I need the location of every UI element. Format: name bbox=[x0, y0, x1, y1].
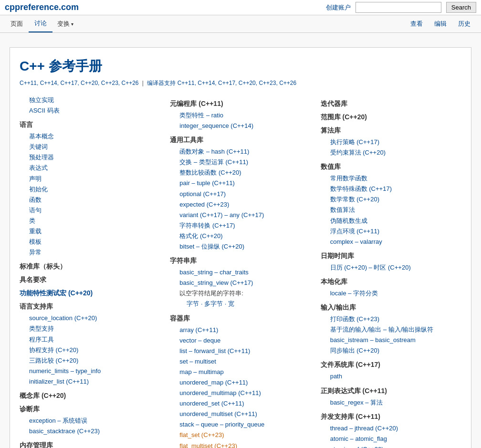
link-basic-concepts[interactable]: 基本概念 bbox=[20, 131, 160, 142]
link-unordered-map[interactable]: unordered_map (C++11) bbox=[170, 377, 311, 388]
nav-item-page[interactable]: 页面 bbox=[5, 16, 29, 32]
header-datetime: 日期时间库 bbox=[321, 252, 461, 260]
header-containers: 容器库 bbox=[170, 314, 311, 323]
link-exceptions[interactable]: 异常 bbox=[20, 247, 160, 258]
header-memory: 内存管理库 bbox=[20, 441, 160, 448]
link-unordered-multimap[interactable]: unordered_multimap (C++11) bbox=[170, 388, 311, 398]
nav-action-edit[interactable]: 编辑 bbox=[429, 16, 452, 32]
link-type-traits[interactable]: 类型特性 – ratio bbox=[170, 110, 311, 121]
link-path[interactable]: path bbox=[321, 371, 461, 382]
link-pair-tuple[interactable]: pair – tuple (C++11) bbox=[170, 178, 311, 188]
link-ascii[interactable]: ASCII 码表 bbox=[20, 105, 160, 116]
link-constrained-alg[interactable]: 受约束算法 (C++20) bbox=[321, 147, 461, 158]
nav-action-history[interactable]: 历史 bbox=[452, 16, 476, 32]
header-feature-test: 功能特性测试宏 (C++20) bbox=[20, 289, 160, 298]
link-variant[interactable]: variant (C++17) – any (C++17) bbox=[170, 210, 311, 220]
separator: | bbox=[142, 80, 145, 86]
link-byte-multibyte[interactable]: 字节 · 多字节 · 宽 bbox=[170, 299, 311, 309]
null-terminated-label: 以空字符结尾的字符串: bbox=[170, 288, 311, 299]
link-basic-stacktrace[interactable]: basic_stacktrace (C++23) bbox=[20, 426, 160, 437]
link-float-env[interactable]: 浮点环境 (C++11) bbox=[321, 226, 461, 237]
link-initializer-list[interactable]: initializer_list (C++11) bbox=[20, 376, 160, 387]
link-stream-io[interactable]: 基于流的输入/输出 – 输入/输出操纵符 bbox=[321, 324, 461, 335]
columns: 独立实现 ASCII 码表 语言 基本概念 关键词 预处理器 表达式 声明 初始… bbox=[20, 95, 461, 448]
col1: 独立实现 ASCII 码表 语言 基本概念 关键词 预处理器 表达式 声明 初始… bbox=[20, 95, 170, 448]
link-special-math[interactable]: 数学特殊函数 (C++17) bbox=[321, 184, 461, 194]
link-swap[interactable]: 交换 – 类型运算 (C++11) bbox=[170, 157, 311, 167]
link-string-conv[interactable]: 字符串转换 (C++17) bbox=[170, 220, 311, 231]
link-bitset[interactable]: bitset – 位操纵 (C++20) bbox=[170, 241, 311, 252]
nav-item-discuss[interactable]: 讨论 bbox=[29, 15, 52, 32]
header-language: 语言 bbox=[20, 121, 160, 129]
link-sync-output[interactable]: 同步输出 (C++20) bbox=[321, 345, 461, 356]
link-optional[interactable]: optional (C++17) bbox=[170, 189, 311, 199]
header-localization: 本地化库 bbox=[321, 278, 461, 286]
link-locale[interactable]: locale – 字符分类 bbox=[321, 288, 461, 299]
link-preprocessor[interactable]: 预处理器 bbox=[20, 152, 160, 163]
link-exception[interactable]: exception – 系统错误 bbox=[20, 416, 160, 426]
link-atomic[interactable]: atomic – atomic_flag bbox=[321, 434, 461, 444]
link-list-forward[interactable]: list – forward_list (C++11) bbox=[170, 346, 311, 356]
link-set-multiset[interactable]: set – multiset bbox=[170, 356, 311, 367]
link-expected[interactable]: expected (C++23) bbox=[170, 199, 311, 210]
link-math-constants[interactable]: 数学常数 (C++20) bbox=[321, 194, 461, 205]
link-integer-cmp[interactable]: 整数比较函数 (C++20) bbox=[170, 167, 311, 178]
header-strings: 字符串库 bbox=[170, 257, 311, 265]
link-overloading[interactable]: 重载 bbox=[20, 226, 160, 237]
link-standalone[interactable]: 独立实现 bbox=[20, 95, 160, 105]
link-execution-policy[interactable]: 执行策略 (C++17) bbox=[321, 137, 461, 147]
topbar: cppreference.com 创建账户 Search bbox=[0, 0, 481, 15]
link-atomic-ref[interactable]: atomic_ref (C++20) bbox=[321, 444, 461, 448]
header-algorithms: 算法库 bbox=[321, 126, 461, 135]
site-title: cppreference.com bbox=[5, 2, 321, 12]
link-unordered-set[interactable]: unordered_set (C++11) bbox=[170, 398, 311, 409]
link-flat-multiset[interactable]: flat_multiset (C++23) bbox=[170, 441, 311, 448]
link-vector-deque[interactable]: vector – deque bbox=[170, 335, 311, 346]
link-program-utils[interactable]: 程序工具 bbox=[20, 334, 160, 345]
link-type-support[interactable]: 类型支持 bbox=[20, 323, 160, 334]
link-integer-sequence[interactable]: integer_sequence (C++14) bbox=[170, 121, 311, 131]
link-common-math[interactable]: 常用数学函数 bbox=[321, 173, 461, 184]
link-print[interactable]: 打印函数 (C++23) bbox=[321, 314, 461, 324]
link-map-multimap[interactable]: map – multimap bbox=[170, 367, 311, 377]
link-complex-valarray[interactable]: complex – valarray bbox=[321, 237, 461, 247]
link-classes[interactable]: 类 bbox=[20, 216, 160, 226]
header-ranges: 范围库 (C++20) bbox=[321, 113, 461, 122]
nav-action-view[interactable]: 查看 bbox=[405, 16, 429, 32]
link-source-location[interactable]: source_location (C++20) bbox=[20, 313, 160, 323]
link-functions[interactable]: 函数 bbox=[20, 195, 160, 205]
link-basic-regex[interactable]: basic_regex – 算法 bbox=[321, 397, 461, 408]
header-concepts: 概念库 (C++20) bbox=[20, 392, 160, 400]
link-statements[interactable]: 语句 bbox=[20, 205, 160, 216]
std-line2: 编译器支持 C++11, C++14, C++17, C++20, C++23,… bbox=[147, 80, 296, 86]
link-prng[interactable]: 伪随机数生成 bbox=[321, 216, 461, 226]
link-basic-string-view[interactable]: basic_string_view (C++17) bbox=[170, 278, 311, 288]
link-declarations[interactable]: 声明 bbox=[20, 174, 160, 184]
link-thread-jthread[interactable]: thread – jthread (C++20) bbox=[321, 423, 461, 434]
link-unordered-multiset[interactable]: unordered_multiset (C++11) bbox=[170, 409, 311, 419]
nav-dropdown-transform[interactable]: 变换▾ bbox=[52, 16, 78, 32]
link-calendar[interactable]: 日历 (C++20) – 时区 (C++20) bbox=[321, 262, 461, 273]
link-array[interactable]: array (C++11) bbox=[170, 325, 311, 335]
link-format[interactable]: 格式化 (C++20) bbox=[170, 231, 311, 241]
search-button[interactable]: Search bbox=[446, 2, 476, 13]
link-expressions[interactable]: 表达式 bbox=[20, 163, 160, 173]
search-input[interactable] bbox=[356, 2, 441, 13]
create-account-link[interactable]: 创建账户 bbox=[326, 3, 351, 12]
link-stack-queue[interactable]: stack – queue – priority_queue bbox=[170, 419, 311, 430]
navbar-right: 查看 编辑 历史 bbox=[405, 16, 476, 32]
link-keywords[interactable]: 关键词 bbox=[20, 142, 160, 152]
header-stdlib: 标准库（标头） bbox=[20, 262, 160, 271]
link-basic-string[interactable]: basic_string – char_traits bbox=[170, 267, 311, 278]
link-basic-iostream[interactable]: basic_istream – basic_ostream bbox=[321, 335, 461, 345]
link-templates[interactable]: 模板 bbox=[20, 237, 160, 247]
link-numeric-alg[interactable]: 数值算法 bbox=[321, 205, 461, 215]
link-function-object[interactable]: 函数对象 – hash (C++11) bbox=[170, 146, 311, 157]
link-numeric-limits[interactable]: numeric_limits – type_info bbox=[20, 366, 160, 376]
link-flat-set[interactable]: flat_set (C++23) bbox=[170, 430, 311, 440]
link-three-way[interactable]: 三路比较 (C++20) bbox=[20, 355, 160, 366]
header-concurrency: 并发支持库 (C++11) bbox=[321, 413, 461, 421]
col2: 元编程库 (C++11) 类型特性 – ratio integer_sequen… bbox=[170, 95, 320, 448]
link-coroutine-support[interactable]: 协程支持 (C++20) bbox=[20, 345, 160, 355]
link-initialization[interactable]: 初始化 bbox=[20, 184, 160, 195]
